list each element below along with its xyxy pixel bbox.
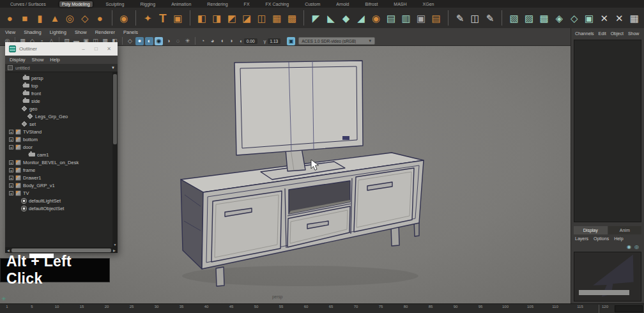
frame-tick[interactable]: 70	[351, 305, 360, 313]
shelf-tab[interactable]: FX Caching	[263, 1, 292, 7]
shelf-tab[interactable]: Custom	[302, 1, 323, 7]
menu-item[interactable]: View	[5, 29, 15, 35]
frame-tick[interactable]: 45	[227, 305, 236, 313]
menu-item[interactable]: Help	[50, 57, 59, 63]
shelf-tab[interactable]: Curves / Surfaces	[8, 1, 49, 7]
menu-item[interactable]: Edit	[599, 31, 606, 36]
filter-box-icon[interactable]	[8, 65, 13, 70]
shelf-tab[interactable]: Sculpting	[103, 1, 127, 7]
duplicate-face-icon[interactable]: ▤	[385, 10, 398, 26]
menu-item[interactable]: Layers	[575, 236, 588, 241]
poly-torus-icon[interactable]: ◎	[63, 10, 77, 26]
menu-item[interactable]: Show	[628, 31, 640, 36]
menu-item[interactable]: Renderer	[95, 29, 115, 35]
freeze-transformations-icon[interactable]: ✕	[613, 10, 626, 26]
autokey-icon[interactable]: ✳	[1, 296, 6, 302]
frame-tick[interactable]: 15	[77, 305, 86, 313]
shelf-tab[interactable]: Poly Modeling	[59, 1, 93, 7]
render-view-icon[interactable]: ▣	[415, 10, 428, 26]
poly-plane-icon[interactable]: ◇	[79, 10, 92, 26]
outliner-item[interactable]: persp	[5, 74, 118, 82]
outliner-item[interactable]: + bottom	[5, 135, 118, 143]
frame-tick[interactable]: 5	[27, 305, 36, 313]
uv-grid-icon[interactable]: ▦	[628, 10, 641, 26]
delete-history-icon[interactable]: ✕	[597, 10, 611, 26]
frame-tick[interactable]: 30	[152, 305, 161, 313]
shelf-tab[interactable]: Rigging	[137, 1, 158, 7]
wire-on-shaded-icon[interactable]: ◕	[208, 37, 217, 45]
super-shape-icon[interactable]: ✦	[141, 10, 155, 26]
maximize-icon[interactable]: □	[91, 46, 101, 52]
outliner-filter-row[interactable]: untitled ▼	[5, 64, 118, 72]
boolean-difference-icon[interactable]: ◫	[256, 10, 269, 26]
outliner-item[interactable]: + Monitor_BEVEL_on_Desk	[5, 158, 118, 166]
expand-toggle-icon[interactable]: +	[9, 168, 13, 172]
multi-cut-icon[interactable]: ◢	[355, 10, 368, 26]
outliner-filter-text[interactable]: untitled	[15, 66, 109, 70]
menu-item[interactable]: Lighting	[50, 29, 66, 35]
boolean-intersection-icon[interactable]: ▦	[270, 10, 284, 26]
expand-toggle-icon[interactable]: +	[9, 176, 13, 180]
outliner-item[interactable]: + Drawer1	[5, 174, 118, 181]
menu-item[interactable]: Show	[32, 57, 44, 63]
gamma-field[interactable]: γ 1.13	[264, 38, 281, 44]
frame-tick[interactable]: 75	[376, 305, 385, 313]
boolean-union-icon[interactable]: ◪	[240, 10, 254, 26]
expand-toggle-icon[interactable]: +	[9, 183, 13, 188]
plugin-shading-icon[interactable]: ◗	[227, 37, 236, 45]
extrude-icon[interactable]: ◤	[309, 10, 323, 26]
exposure-field[interactable]: ◐ 0.00	[240, 38, 257, 44]
frame-tick[interactable]: 85	[426, 305, 435, 313]
scrollbar-thumb[interactable]	[113, 74, 117, 144]
shelf-tab[interactable]: Rendering	[204, 1, 230, 7]
remesh-icon[interactable]: ▩	[286, 10, 299, 26]
mirror-icon[interactable]: ◇	[567, 10, 581, 26]
outliner-vertical-scrollbar[interactable]: ▼	[112, 72, 118, 247]
menu-item[interactable]: Shading	[24, 29, 42, 35]
time-slider[interactable]: 1510152025303540455055606570758085909510…	[0, 303, 644, 313]
relax-tool-icon[interactable]: ▩	[537, 10, 551, 26]
frame-tick[interactable]: 80	[401, 305, 410, 313]
outliner-item[interactable]: top	[5, 82, 118, 89]
scroll-right-icon[interactable]: ▶	[112, 248, 116, 252]
frame-tick[interactable]: 120	[601, 305, 610, 313]
expand-toggle-icon[interactable]: +	[9, 137, 13, 142]
expand-toggle-icon[interactable]: +	[9, 130, 13, 134]
xray-mode-icon[interactable]: ◔	[199, 37, 207, 45]
outliner-item[interactable]: + TV	[5, 189, 118, 197]
shelf-tab[interactable]: FX	[241, 1, 252, 7]
offset-edge-loop-icon[interactable]: ✎	[484, 10, 497, 26]
frame-tick[interactable]: 115	[576, 305, 585, 313]
circularize-icon[interactable]: ◉	[369, 10, 383, 26]
channel-box-area[interactable]	[574, 40, 641, 222]
combine-icon[interactable]: ◧	[195, 10, 209, 26]
outliner-item[interactable]: defaultLightSet	[5, 197, 118, 204]
frame-tick[interactable]: 55	[277, 305, 286, 313]
outliner-titlebar[interactable]: Outliner – □ ✕	[5, 42, 118, 56]
outliner-item[interactable]: set	[5, 120, 118, 128]
scroll-down-icon[interactable]: ▼	[112, 243, 118, 247]
shadows-mode-icon[interactable]: ◑	[164, 37, 172, 45]
scroll-left-icon[interactable]: ◀	[6, 248, 10, 252]
frame-tick[interactable]: 65	[326, 305, 335, 313]
insert-edge-loop-icon[interactable]: ◫	[468, 10, 482, 26]
extract-icon[interactable]: ◩	[226, 10, 239, 26]
crease-tool-icon[interactable]: ✎	[454, 10, 467, 26]
transfer-attributes-icon[interactable]: ▥	[399, 10, 413, 26]
layer-tab[interactable]: Display	[574, 226, 608, 234]
poly-cylinder-icon[interactable]: ▮	[33, 10, 47, 26]
expand-toggle-icon[interactable]: +	[9, 160, 13, 165]
frame-tick[interactable]: 10	[52, 305, 61, 313]
expand-toggle-icon[interactable]: +	[9, 191, 13, 195]
layer-list-area[interactable]	[574, 252, 641, 302]
menu-item[interactable]: Options	[594, 236, 609, 241]
exposure-value[interactable]: 0.00	[244, 38, 257, 44]
quad-draw-icon[interactable]: ▧	[507, 10, 521, 26]
shelf-tab[interactable]: Animation	[169, 1, 194, 7]
shelf-tab[interactable]: Bifrost	[363, 1, 381, 7]
frame-tick[interactable]: 60	[302, 305, 310, 313]
frame-tick[interactable]: 1	[3, 305, 12, 313]
lighting-mode-icon[interactable]: ◉	[155, 37, 163, 45]
default-material-icon[interactable]: ◖	[218, 37, 226, 45]
view-transform-dropdown[interactable]: ACES 1.0 SDR-video (sRGB) ▼	[298, 37, 375, 45]
